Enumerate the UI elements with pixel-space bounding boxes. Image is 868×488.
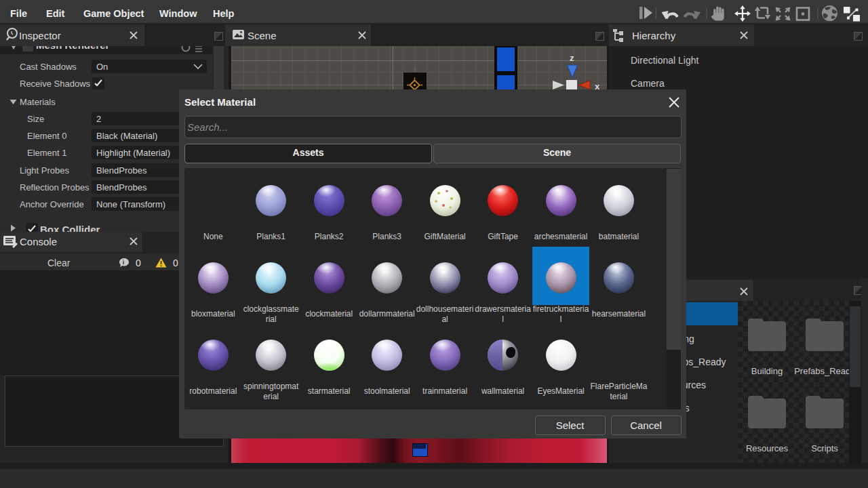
svg-text:i: i bbox=[123, 259, 125, 266]
